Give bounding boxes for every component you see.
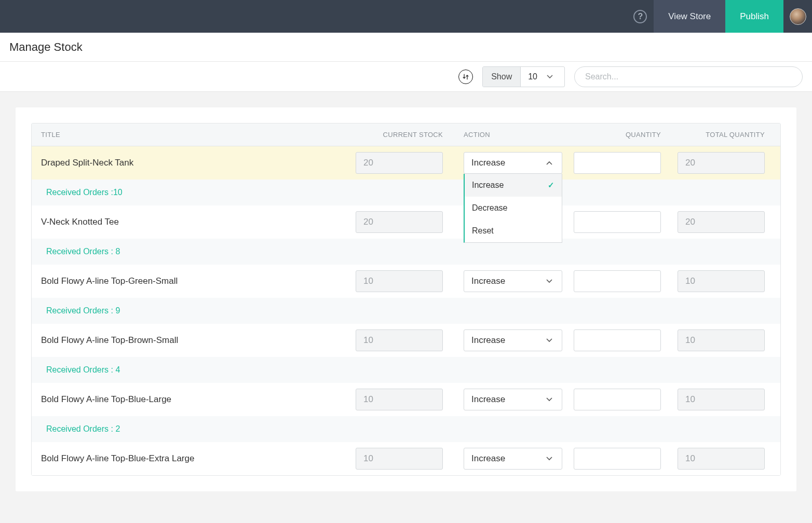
quantity-input[interactable] bbox=[574, 152, 661, 174]
total-quantity-input bbox=[678, 270, 765, 292]
table-row: Draped Split-Neck Tank Increase Increase… bbox=[32, 146, 780, 180]
action-select-value: Increase bbox=[471, 276, 505, 286]
table-row: V-Neck Knotted Tee Increase bbox=[32, 205, 780, 239]
product-title: Draped Split-Neck Tank bbox=[32, 158, 360, 168]
action-select[interactable]: Increase bbox=[464, 270, 562, 292]
th-action: ACTION bbox=[458, 131, 562, 139]
table-row: Bold Flowy A-line Top-Blue-Extra Large I… bbox=[32, 442, 780, 475]
product-title: Bold Flowy A-line Top-Brown-Small bbox=[32, 335, 360, 346]
publish-button[interactable]: Publish bbox=[725, 0, 783, 33]
sort-button[interactable] bbox=[458, 70, 473, 84]
quantity-input[interactable] bbox=[574, 329, 661, 351]
action-select[interactable]: Increase bbox=[464, 448, 562, 470]
chevron-down-icon bbox=[546, 456, 552, 462]
avatar-icon bbox=[790, 8, 806, 25]
help-icon: ? bbox=[633, 10, 647, 23]
top-header: ? View Store Publish bbox=[0, 0, 812, 33]
chevron-up-icon bbox=[546, 160, 552, 166]
table-row: Bold Flowy A-line Top-Brown-Small Increa… bbox=[32, 324, 780, 357]
th-quantity: QUANTITY bbox=[562, 131, 676, 139]
stock-table: TITLE CURRENT STOCK ACTION QUANTITY TOTA… bbox=[31, 123, 781, 476]
action-select-value: Increase bbox=[471, 394, 505, 405]
page-size-value: 10 bbox=[528, 72, 537, 81]
table-row: Bold Flowy A-line Top-Blue-Large Increas… bbox=[32, 383, 780, 416]
quantity-input[interactable] bbox=[574, 270, 661, 292]
received-orders-row: Received Orders : 9 bbox=[32, 298, 780, 324]
current-stock-input bbox=[356, 152, 443, 174]
action-select[interactable]: Increase bbox=[464, 389, 562, 410]
chevron-down-icon bbox=[546, 337, 552, 343]
product-title: Bold Flowy A-line Top-Green-Small bbox=[32, 276, 360, 286]
table-toolbar: Show 10 bbox=[0, 62, 812, 92]
page-title-bar: Manage Stock bbox=[0, 33, 812, 62]
page-size-select[interactable]: 10 bbox=[521, 67, 564, 87]
sort-icon bbox=[462, 73, 469, 80]
product-title: Bold Flowy A-line Top-Blue-Extra Large bbox=[32, 453, 360, 464]
action-option-decrease[interactable]: Decrease bbox=[465, 197, 562, 219]
action-select-value: Increase bbox=[471, 158, 505, 168]
action-select[interactable]: Increase bbox=[464, 152, 562, 174]
page-size-control: Show 10 bbox=[482, 66, 565, 87]
total-quantity-input bbox=[678, 211, 765, 233]
check-icon: ✓ bbox=[548, 181, 554, 190]
table-row: Bold Flowy A-line Top-Green-Small Increa… bbox=[32, 265, 780, 298]
current-stock-input bbox=[356, 329, 443, 351]
current-stock-input bbox=[356, 389, 443, 410]
action-option-reset[interactable]: Reset bbox=[465, 219, 562, 242]
th-total: TOTAL QUANTITY bbox=[676, 131, 780, 139]
current-stock-input bbox=[356, 448, 443, 470]
view-store-button[interactable]: View Store bbox=[654, 0, 725, 33]
user-avatar-button[interactable] bbox=[783, 8, 812, 25]
current-stock-input bbox=[356, 211, 443, 233]
stock-card: TITLE CURRENT STOCK ACTION QUANTITY TOTA… bbox=[16, 107, 796, 491]
action-select-value: Increase bbox=[471, 335, 505, 346]
received-orders-row: Received Orders : 4 bbox=[32, 357, 780, 383]
page-title: Manage Stock bbox=[9, 40, 83, 54]
th-title: TITLE bbox=[32, 131, 360, 139]
quantity-input[interactable] bbox=[574, 448, 661, 470]
action-select[interactable]: Increase bbox=[464, 329, 562, 351]
received-orders-row: Received Orders : 8 bbox=[32, 239, 780, 265]
received-orders-row: Received Orders :10 bbox=[32, 180, 780, 205]
quantity-input[interactable] bbox=[574, 389, 661, 410]
product-title: V-Neck Knotted Tee bbox=[32, 217, 360, 227]
help-button[interactable]: ? bbox=[627, 10, 654, 23]
quantity-input[interactable] bbox=[574, 211, 661, 233]
action-option-increase[interactable]: Increase ✓ bbox=[465, 174, 562, 197]
table-header: TITLE CURRENT STOCK ACTION QUANTITY TOTA… bbox=[32, 123, 780, 146]
chevron-down-icon bbox=[547, 73, 553, 80]
received-orders-row: Received Orders : 2 bbox=[32, 416, 780, 442]
show-label: Show bbox=[483, 67, 521, 87]
action-dropdown: Increase ✓ Decrease Reset bbox=[464, 174, 562, 243]
total-quantity-input bbox=[678, 448, 765, 470]
search-input[interactable] bbox=[574, 66, 803, 87]
chevron-down-icon bbox=[546, 396, 552, 403]
chevron-down-icon bbox=[546, 278, 552, 284]
total-quantity-input bbox=[678, 389, 765, 410]
current-stock-input bbox=[356, 270, 443, 292]
total-quantity-input bbox=[678, 152, 765, 174]
product-title: Bold Flowy A-line Top-Blue-Large bbox=[32, 394, 360, 405]
th-stock: CURRENT STOCK bbox=[360, 131, 458, 139]
action-select-value: Increase bbox=[471, 453, 505, 464]
total-quantity-input bbox=[678, 329, 765, 351]
